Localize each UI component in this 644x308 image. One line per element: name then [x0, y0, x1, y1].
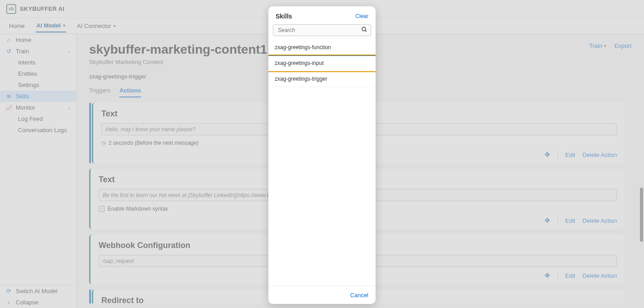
clear-button[interactable]: Clear — [355, 13, 368, 19]
skills-dialog: Skills Clear zxag-greetings-function zxa… — [268, 6, 376, 304]
search-input[interactable] — [273, 24, 371, 36]
search-icon[interactable] — [361, 27, 367, 34]
cancel-button[interactable]: Cancel — [350, 292, 368, 299]
modal-overlay: Skills Clear zxag-greetings-function zxa… — [0, 0, 644, 308]
svg-point-0 — [362, 27, 366, 31]
skill-option[interactable]: zxag-greetings-function — [268, 40, 376, 55]
skill-option[interactable]: zxag-greetings-input — [268, 55, 376, 71]
skill-option[interactable]: zxag-greetings-trigger — [268, 71, 376, 87]
dialog-title: Skills — [276, 13, 292, 20]
svg-line-1 — [365, 30, 367, 32]
